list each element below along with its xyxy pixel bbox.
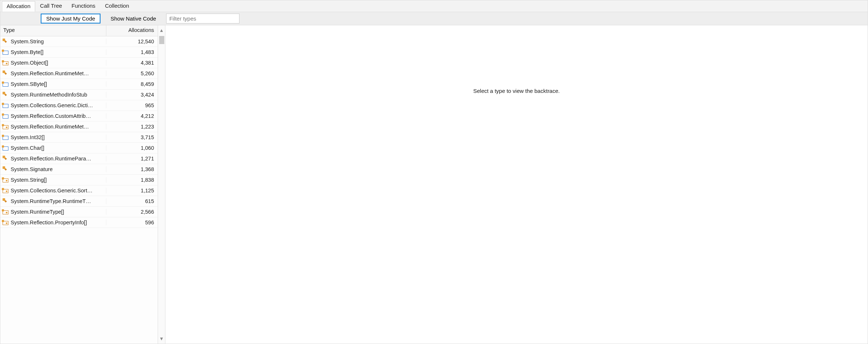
table-row[interactable]: System.String[]1,838 [0, 175, 158, 185]
type-cell: System.Reflection.PropertyInfo[] [0, 220, 106, 225]
struct-icon [3, 104, 8, 108]
allocations-cell: 1,483 [106, 49, 158, 55]
table-row[interactable]: System.Collections.Generic.Dicti…965 [0, 100, 158, 111]
type-name: System.Byte[] [11, 49, 43, 55]
table-row[interactable]: System.RuntimeMethodInfoStub3,424 [0, 90, 158, 100]
struct-icon [3, 136, 8, 140]
type-name: System.RuntimeMethodInfoStub [11, 92, 87, 98]
allocations-cell: 615 [106, 198, 158, 204]
allocations-cell: 2,566 [106, 209, 158, 215]
table-row[interactable]: System.Char[]1,060 [0, 143, 158, 153]
type-cell: System.Char[] [0, 145, 106, 151]
type-name: System.Signature [11, 166, 52, 172]
type-name: System.RuntimeType.RuntimeT… [11, 198, 91, 204]
type-cell: System.Reflection.RuntimeMet… [0, 70, 106, 76]
table-row[interactable]: System.Object[]4,381 [0, 58, 158, 68]
table-row[interactable]: System.Reflection.RuntimePara…1,271 [0, 153, 158, 164]
array-icon [3, 125, 8, 129]
type-name: System.SByte[] [11, 81, 47, 87]
type-name: System.Collections.Generic.Sort… [11, 188, 92, 193]
type-cell: System.Byte[] [0, 49, 106, 55]
table-row[interactable]: System.Collections.Generic.Sort…1,125 [0, 185, 158, 196]
table-row[interactable]: System.SByte[]8,459 [0, 79, 158, 90]
allocations-cell: 4,212 [106, 113, 158, 119]
column-header-type[interactable]: Type [0, 25, 106, 36]
type-cell: System.SByte[] [0, 81, 106, 87]
allocations-cell: 5,260 [106, 70, 158, 76]
filter-types-input[interactable] [166, 14, 239, 23]
class-icon [3, 92, 8, 98]
table-row[interactable]: System.Byte[]1,483 [0, 47, 158, 58]
column-header-allocations[interactable]: Allocations [106, 25, 158, 36]
type-cell: System.Collections.Generic.Dicti… [0, 102, 106, 108]
type-name: System.Reflection.PropertyInfo[] [11, 220, 87, 225]
type-cell: System.Reflection.CustomAttrib… [0, 113, 106, 119]
grid-header: Type Allocations [0, 25, 158, 36]
type-name: System.Reflection.RuntimePara… [11, 156, 91, 162]
table-row[interactable]: System.Reflection.PropertyInfo[]596 [0, 217, 158, 228]
allocations-cell: 1,223 [106, 124, 158, 130]
type-name: System.Object[] [11, 60, 48, 66]
type-name: System.RuntimeType[] [11, 209, 64, 215]
array-icon [3, 221, 8, 225]
table-row[interactable]: System.RuntimeType[]2,566 [0, 207, 158, 217]
scrollbar[interactable]: ▲ ▼ [158, 25, 165, 344]
toolbar: Show Just My Code Show Native Code [0, 12, 868, 25]
type-name: System.Collections.Generic.Dicti… [11, 102, 93, 108]
array-icon [3, 189, 8, 193]
class-icon [3, 39, 8, 44]
type-cell: System.Signature [0, 166, 106, 172]
tab-functions[interactable]: Functions [67, 1, 100, 11]
allocations-cell: 3,424 [106, 92, 158, 98]
type-name: System.Reflection.CustomAttrib… [11, 113, 91, 119]
type-cell: System.Int32[] [0, 134, 106, 140]
backtrace-panel: Select a type to view the backtrace. [165, 25, 868, 344]
allocations-cell: 1,060 [106, 145, 158, 151]
allocations-cell: 1,368 [106, 166, 158, 172]
type-cell: System.Reflection.RuntimePara… [0, 156, 106, 162]
class-icon [3, 198, 8, 204]
class-icon [3, 156, 8, 162]
table-row[interactable]: System.Int32[]3,715 [0, 132, 158, 143]
type-cell: System.String [0, 39, 106, 44]
type-name: System.String[] [11, 177, 47, 183]
show-just-my-code-button[interactable]: Show Just My Code [41, 14, 100, 23]
table-row[interactable]: System.String12,540 [0, 36, 158, 47]
type-cell: System.RuntimeType.RuntimeT… [0, 198, 106, 204]
class-icon [3, 70, 8, 76]
type-name: System.Reflection.RuntimeMet… [11, 70, 89, 76]
allocations-cell: 1,838 [106, 177, 158, 183]
table-row[interactable]: System.Reflection.CustomAttrib…4,212 [0, 111, 158, 122]
grid-body: System.String12,540System.Byte[]1,483Sys… [0, 36, 158, 344]
struct-icon [3, 83, 8, 87]
type-name: System.String [11, 39, 44, 44]
type-cell: System.RuntimeMethodInfoStub [0, 92, 106, 98]
type-name: System.Char[] [11, 145, 44, 151]
table-row[interactable]: System.Signature1,368 [0, 164, 158, 175]
type-cell: System.Object[] [0, 60, 106, 66]
allocations-cell: 1,125 [106, 188, 158, 193]
table-row[interactable]: System.RuntimeType.RuntimeT…615 [0, 196, 158, 207]
type-name: System.Int32[] [11, 134, 45, 140]
table-row[interactable]: System.Reflection.RuntimeMet…1,223 [0, 122, 158, 132]
allocations-cell: 8,459 [106, 81, 158, 87]
allocations-cell: 596 [106, 220, 158, 225]
tab-call-tree[interactable]: Call Tree [35, 1, 67, 11]
scroll-up-icon[interactable]: ▲ [159, 28, 164, 33]
type-cell: System.Collections.Generic.Sort… [0, 188, 106, 193]
tab-allocation[interactable]: Allocation [2, 1, 35, 12]
scroll-down-icon[interactable]: ▼ [159, 336, 164, 341]
type-grid: Type Allocations System.String12,540Syst… [0, 25, 158, 344]
array-icon [3, 178, 8, 182]
table-row[interactable]: System.Reflection.RuntimeMet…5,260 [0, 68, 158, 79]
tab-collection[interactable]: Collection [100, 1, 134, 11]
show-native-code-button[interactable]: Show Native Code [105, 14, 161, 23]
allocations-cell: 1,271 [106, 156, 158, 162]
class-icon [3, 166, 8, 172]
struct-icon [3, 146, 8, 151]
array-icon [3, 61, 8, 65]
type-name: System.Reflection.RuntimeMet… [11, 124, 89, 130]
scroll-thumb[interactable] [159, 36, 164, 44]
backtrace-empty-message: Select a type to view the backtrace. [473, 88, 560, 94]
profiler-window: Allocation Call Tree Functions Collectio… [0, 0, 868, 344]
